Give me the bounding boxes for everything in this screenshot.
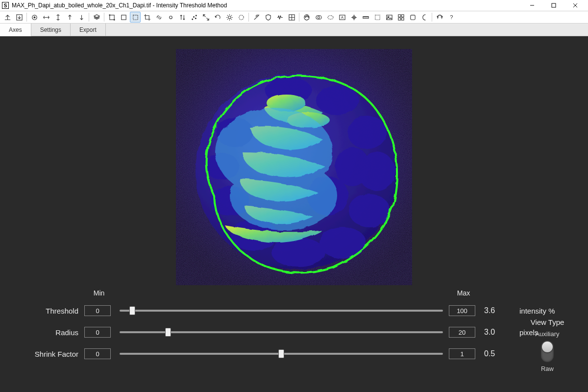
svg-rect-33	[401, 14, 404, 17]
marquee-icon[interactable]	[372, 12, 383, 23]
shrink-label: Shrink Factor	[10, 350, 78, 358]
import-icon[interactable]	[14, 12, 24, 23]
shrink-slider[interactable]	[120, 353, 443, 355]
stage: Min Max Threshold 3.6 intensity % Radius…	[0, 36, 588, 392]
radius-max-input[interactable]	[449, 327, 475, 338]
image-icon[interactable]	[384, 12, 394, 23]
svg-rect-34	[398, 18, 400, 20]
threshold-thumb[interactable]	[129, 306, 135, 315]
sunburst-icon[interactable]	[224, 12, 235, 23]
svg-text:A: A	[341, 15, 343, 20]
svg-point-21	[308, 16, 309, 17]
svg-point-45	[319, 227, 366, 258]
waveform-icon[interactable]	[274, 12, 285, 23]
threshold-unit: intensity %	[519, 307, 578, 315]
rect-dashed-icon[interactable]	[130, 12, 141, 23]
svg-point-13	[193, 16, 194, 17]
tab-settings[interactable]: Settings	[31, 24, 71, 36]
radius-label: Radius	[10, 328, 78, 337]
viewtype-aux-label: Auxiliary	[520, 330, 574, 338]
maximize-button[interactable]	[543, 0, 564, 11]
max-header: Max	[449, 289, 478, 297]
layers-icon[interactable]	[91, 12, 102, 23]
crosshair-icon[interactable]	[348, 12, 359, 23]
arrow-down-icon[interactable]	[76, 12, 87, 23]
overlap-icon[interactable]	[313, 12, 324, 23]
viewtype-title: View Type	[520, 318, 574, 326]
expand-icon[interactable]	[200, 12, 211, 23]
grid4-icon[interactable]	[395, 12, 406, 23]
svg-point-49	[316, 86, 359, 115]
text-annot-icon[interactable]: A	[337, 12, 347, 23]
refresh-icon[interactable]	[434, 12, 445, 23]
svg-point-16	[228, 16, 231, 19]
shrink-max-input[interactable]	[449, 348, 475, 359]
shrink-value: 0.5	[484, 349, 514, 358]
threshold-label: Threshold	[10, 307, 78, 315]
chain-icon[interactable]	[165, 12, 176, 23]
shrink-thumb[interactable]	[278, 349, 284, 358]
rect-outline-icon[interactable]	[118, 12, 129, 23]
min-header: Min	[84, 289, 114, 297]
controls-panel: Min Max Threshold 3.6 intensity % Radius…	[0, 289, 588, 392]
minimize-button[interactable]	[521, 0, 543, 11]
tab-axes[interactable]: Axes	[0, 24, 31, 36]
threshold-value: 3.6	[484, 306, 514, 315]
rounded-rect-icon[interactable]	[407, 12, 418, 23]
crop-icon[interactable]	[142, 12, 152, 23]
palette-icon[interactable]	[301, 12, 312, 23]
shrink-min-input[interactable]	[84, 348, 111, 359]
svg-point-15	[196, 15, 196, 16]
svg-point-24	[327, 15, 333, 19]
svg-point-8	[109, 14, 110, 15]
threshold-min-input[interactable]	[84, 305, 111, 316]
sort-icon[interactable]	[177, 12, 188, 23]
viewtype-toggle[interactable]	[541, 341, 554, 362]
svg-text:?: ?	[450, 14, 453, 20]
arrow-up-icon[interactable]	[64, 12, 75, 23]
ellipse-dashed-icon[interactable]	[325, 12, 336, 23]
svg-point-6	[34, 17, 35, 18]
rect-select-icon[interactable]	[106, 12, 117, 23]
close-button[interactable]	[564, 0, 586, 11]
tools-icon[interactable]	[251, 12, 262, 23]
viewtype-panel: View Type Auxiliary Raw	[520, 318, 574, 372]
ruler-icon[interactable]	[360, 12, 371, 23]
tabbar: AxesSettingsExport	[0, 24, 588, 36]
radius-row: Radius 3.0 pixels	[10, 321, 578, 343]
svg-rect-11	[133, 15, 137, 19]
svg-point-20	[306, 15, 307, 16]
radius-thumb[interactable]	[165, 328, 171, 337]
viewtype-knob	[542, 342, 553, 352]
svg-rect-1	[552, 3, 556, 7]
svg-point-19	[305, 16, 306, 17]
app-icon: S	[2, 2, 9, 9]
moon-icon[interactable]	[419, 12, 430, 23]
help-icon[interactable]: ?	[446, 12, 457, 23]
upload-icon[interactable]	[2, 12, 13, 23]
link-icon[interactable]	[153, 12, 164, 23]
svg-point-17	[239, 15, 243, 19]
target-icon[interactable]	[29, 12, 40, 23]
svg-rect-7	[109, 15, 114, 19]
svg-point-14	[195, 18, 196, 19]
image-preview[interactable]	[176, 49, 412, 285]
shield-icon[interactable]	[263, 12, 273, 23]
svg-point-12	[192, 19, 193, 20]
svg-rect-29	[375, 15, 379, 19]
svg-rect-36	[410, 15, 415, 19]
circle-select-icon[interactable]	[236, 12, 246, 23]
shrink-row: Shrink Factor 0.5	[10, 343, 578, 365]
rotate-icon[interactable]	[212, 12, 223, 23]
tab-export[interactable]: Export	[71, 24, 106, 36]
radius-min-input[interactable]	[84, 327, 111, 338]
scatter-icon[interactable]	[189, 12, 199, 23]
grid-icon[interactable]	[286, 12, 297, 23]
svg-point-52	[335, 147, 369, 186]
radius-slider[interactable]	[120, 331, 443, 333]
threshold-slider[interactable]	[120, 310, 443, 312]
threshold-max-input[interactable]	[449, 305, 475, 316]
vflip-icon[interactable]	[52, 12, 63, 23]
svg-point-48	[347, 116, 387, 149]
hflip-icon[interactable]	[41, 12, 51, 23]
